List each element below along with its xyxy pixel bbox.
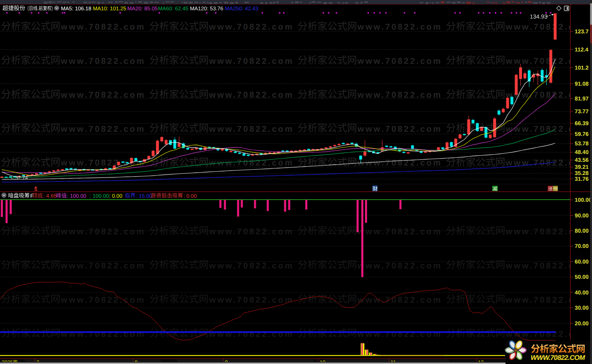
svg-text:73.77: 73.77: [575, 108, 589, 114]
svg-text:112.4: 112.4: [575, 47, 589, 53]
svg-text:MA20: 85.05: MA20: 85.05: [127, 5, 158, 12]
svg-text:MA60: 62.45: MA60: 62.45: [158, 5, 189, 12]
svg-text:48.40: 48.40: [575, 149, 589, 155]
svg-text:: 0.00: : 0.00: [183, 193, 197, 199]
svg-text:90.00: 90.00: [575, 212, 589, 219]
svg-text:MA250: 42.43: MA250: 42.43: [225, 5, 258, 12]
svg-text:MA120: 53.76: MA120: 53.76: [190, 5, 223, 12]
svg-text:20.00: 20.00: [575, 320, 589, 327]
svg-text:MA5: 106.18: MA5: 106.18: [61, 5, 91, 12]
svg-text:101.2: 101.2: [575, 65, 589, 71]
svg-text:80.00: 80.00: [575, 228, 589, 234]
svg-text:40.00: 40.00: [575, 289, 589, 296]
svg-text:S: S: [34, 187, 37, 192]
svg-text:53.78: 53.78: [575, 140, 589, 147]
svg-text:50.00: 50.00: [575, 274, 589, 280]
svg-text:66.39: 66.39: [575, 120, 589, 126]
svg-text:: 100.00: : 100.00: [67, 193, 87, 199]
svg-text:123.7: 123.7: [575, 28, 589, 35]
svg-text:: 15.00: : 15.00: [136, 193, 152, 199]
svg-text:91.08: 91.08: [575, 81, 589, 87]
svg-text:WWW.70822.COM: WWW.70822.COM: [531, 354, 585, 362]
svg-text:←32.74: ←32.74: [10, 175, 28, 181]
svg-text:: 0.00: : 0.00: [109, 193, 123, 199]
svg-text:31.76: 31.76: [575, 176, 589, 182]
svg-text:59.76: 59.76: [575, 131, 589, 137]
svg-text:134.93: 134.93: [530, 13, 548, 20]
svg-text:39.21: 39.21: [575, 164, 589, 170]
svg-text:43.56: 43.56: [575, 157, 589, 163]
svg-text:30.00: 30.00: [575, 305, 589, 311]
svg-text:70.00: 70.00: [575, 243, 589, 249]
svg-text:: 100.00: : 100.00: [90, 193, 109, 199]
svg-text:81.97: 81.97: [575, 96, 589, 102]
svg-text:: 4.65: : 4.65: [43, 193, 57, 199]
svg-text:MA10: 101.25: MA10: 101.25: [93, 5, 126, 12]
svg-text:100.00: 100.00: [575, 197, 592, 203]
svg-text:60.00: 60.00: [575, 259, 589, 265]
